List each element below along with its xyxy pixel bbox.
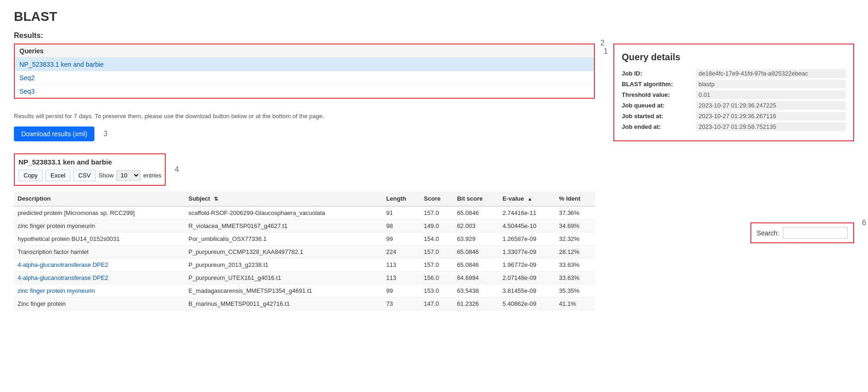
detail-value: 2023-10-27 01:29:36.267116 (696, 112, 846, 120)
cell-evalue: 3.81455e-09 (499, 284, 555, 297)
query-details-box: Query details Job ID:de18e4fc-17e9-41fd-… (613, 44, 854, 141)
cell-evalue: 1.96772e-09 (499, 258, 555, 271)
col-subject[interactable]: Subject ⇅ (185, 191, 382, 206)
queries-box: Queries NP_523833.1 ken and barbie Seq2 … (14, 44, 595, 99)
cell-pident: 41.1% (556, 297, 595, 310)
cell-subject: P_purpureum_2013_g2238.t1 (185, 258, 382, 271)
detail-row: Job started at:2023-10-27 01:29:36.26711… (622, 112, 846, 120)
detail-label: Threshold value: (622, 91, 696, 98)
cell-subject: R_violacea_MMETSP0167_g4627.t1 (185, 219, 382, 232)
cell-description: hypothetical protein BU14_0152s0031 (14, 232, 185, 245)
search-section: 6 Search: (750, 222, 854, 243)
table-row[interactable]: zinc finger protein myoneurinE_madagasca… (14, 284, 595, 297)
description-link[interactable]: zinc finger protein myoneurin (18, 287, 95, 294)
label-3: 3 (103, 130, 107, 138)
queries-list: NP_523833.1 ken and barbie Seq2 Seq3 (15, 58, 594, 98)
csv-button[interactable]: CSV (73, 170, 96, 181)
table-body: predicted protein [Micromonas sp. RCC299… (14, 206, 595, 310)
table-row[interactable]: Zinc finger proteinB_marinus_MMETSP0011_… (14, 297, 595, 310)
col-description: Description (14, 191, 185, 206)
cell-pident: 33.63% (556, 258, 595, 271)
cell-length: 99 (382, 284, 420, 297)
cell-pident: 34.69% (556, 219, 595, 232)
cell-score: 157.0 (420, 206, 454, 220)
detail-label: Job started at: (622, 113, 696, 120)
results-label: Results: (14, 32, 854, 40)
results-table: Description Subject ⇅ Length Score Bit s… (14, 191, 595, 310)
detail-rows: Job ID:de18e4fc-17e9-41fd-97fa-a925322eb… (622, 69, 846, 131)
cell-pident: 32.32% (556, 232, 595, 245)
entries-label: entries (143, 172, 161, 179)
table-row[interactable]: 4-alpha-glucanotransferase DPE2P_purpure… (14, 271, 595, 284)
query-link-1[interactable]: NP_523833.1 ken and barbie (19, 61, 104, 68)
cell-score: 157.0 (420, 258, 454, 271)
description-link[interactable]: 4-alpha-glucanotransferase DPE2 (18, 261, 108, 268)
cell-pident: 28.12% (556, 245, 595, 258)
cell-description[interactable]: 4-alpha-glucanotransferase DPE2 (14, 271, 185, 284)
cell-bitscore: 61.2326 (453, 297, 499, 310)
cell-subject: Por_umbilicalis_OSX77336.1 (185, 232, 382, 245)
search-input[interactable] (783, 227, 848, 239)
cell-evalue: 2.07148e-09 (499, 271, 555, 284)
query-link-3[interactable]: Seq3 (19, 88, 35, 95)
cell-description: predicted protein [Micromonas sp. RCC299… (14, 206, 185, 220)
col-evalue[interactable]: E-value ▲ (499, 191, 555, 206)
label-2: 2 (600, 39, 605, 47)
table-row[interactable]: Transcription factor hamletP_purpureum_C… (14, 245, 595, 258)
table-row[interactable]: predicted protein [Micromonas sp. RCC299… (14, 206, 595, 220)
copy-button[interactable]: Copy (19, 170, 43, 181)
table-row[interactable]: hypothetical protein BU14_0152s0031Por_u… (14, 232, 595, 245)
label-1: 1 (604, 47, 608, 56)
cell-bitscore: 63.929 (453, 232, 499, 245)
cell-subject: B_marinus_MMETSP0011_g42716.t1 (185, 297, 382, 310)
download-button[interactable]: Download results (xml) (14, 126, 94, 141)
col-pident: % Ident (556, 191, 595, 206)
cell-subject: P_purpureum_CCMP1328_KAA8497782.1 (185, 245, 382, 258)
detail-row: Threshold value:0.01 (622, 90, 846, 99)
detail-value: 2023-10-27 01:29:36.247225 (696, 101, 846, 110)
table-row[interactable]: 4-alpha-glucanotransferase DPE2P_purpure… (14, 258, 595, 271)
excel-button[interactable]: Excel (45, 170, 70, 181)
cell-length: 98 (382, 219, 420, 232)
cell-length: 224 (382, 245, 420, 258)
cell-score: 147.0 (420, 297, 454, 310)
cell-evalue: 2.74416e-11 (499, 206, 555, 220)
cell-score: 149.0 (420, 219, 454, 232)
query-item-1[interactable]: NP_523833.1 ken and barbie (15, 58, 594, 71)
cell-evalue: 1.26587e-09 (499, 232, 555, 245)
cell-subject: E_madagascarensis_MMETSP1354_g4691.t1 (185, 284, 382, 297)
right-panel: 2 Query details Job ID:de18e4fc-17e9-41f… (613, 44, 854, 141)
cell-subject: scaffold-RSOF-2006299-Glaucosphaera_vacu… (185, 206, 382, 220)
detail-row: Job ID:de18e4fc-17e9-41fd-97fa-a925322eb… (622, 69, 846, 78)
query-item-3[interactable]: Seq3 (15, 85, 594, 98)
table-row[interactable]: zinc finger protein myoneurinR_violacea_… (14, 219, 595, 232)
query-item-2[interactable]: Seq2 (15, 71, 594, 85)
cell-pident: 37.36% (556, 206, 595, 220)
col-bitscore: Bit score (453, 191, 499, 206)
description-link[interactable]: 4-alpha-glucanotransferase DPE2 (18, 274, 108, 281)
cell-bitscore: 65.0846 (453, 206, 499, 220)
cell-score: 156.0 (420, 271, 454, 284)
cell-description: Zinc finger protein (14, 297, 185, 310)
entries-select[interactable]: 10 25 50 100 (116, 170, 140, 181)
cell-subject: P_purpureum_UTEX161_g4016.t1 (185, 271, 382, 284)
table-wrapper: Description Subject ⇅ Length Score Bit s… (14, 191, 595, 310)
subject-sort-icon: ⇅ (214, 196, 218, 202)
cell-evalue: 1.33077e-09 (499, 245, 555, 258)
cell-description[interactable]: zinc finger protein myoneurin (14, 284, 185, 297)
detail-label: Job ID: (622, 70, 696, 77)
queries-header: Queries (15, 44, 594, 58)
cell-bitscore: 65.0846 (453, 245, 499, 258)
cell-description: Transcription factor hamlet (14, 245, 185, 258)
left-panel: Queries NP_523833.1 ken and barbie Seq2 … (14, 44, 595, 310)
detail-row: BLAST algorithm:blastp (622, 80, 846, 89)
query-link-2[interactable]: Seq2 (19, 74, 35, 82)
persist-text: Results will persist for 7 days. To pres… (14, 112, 595, 121)
cell-description[interactable]: 4-alpha-glucanotransferase DPE2 (14, 258, 185, 271)
col-length: Length (382, 191, 420, 206)
cell-length: 99 (382, 232, 420, 245)
detail-value: 2023-10-27 01:29:58.752135 (696, 122, 846, 131)
cell-bitscore: 62.003 (453, 219, 499, 232)
cell-score: 154.0 (420, 232, 454, 245)
cell-bitscore: 65.0846 (453, 258, 499, 271)
